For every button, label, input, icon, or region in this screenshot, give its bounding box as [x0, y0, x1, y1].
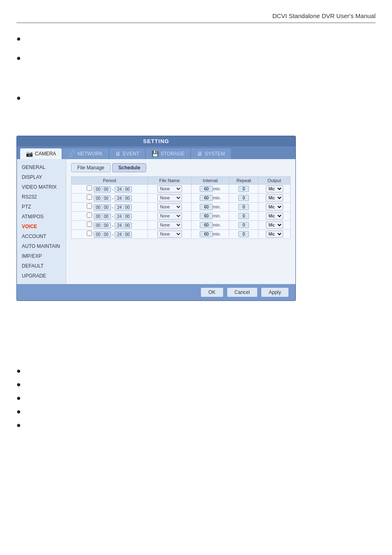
tab-event[interactable]: 🖥 EVENT — [109, 148, 145, 159]
sidebar-item-ptz[interactable]: PTZ — [17, 202, 66, 212]
bullet-dot-1: ● — [16, 34, 21, 44]
apply-button[interactable]: Apply — [261, 287, 289, 297]
row-start-3[interactable] — [94, 213, 111, 220]
row-repeat-input-5[interactable] — [238, 231, 249, 237]
row-file-select-3[interactable]: None — [157, 213, 182, 220]
tab-camera[interactable]: 📷 CAMERA — [20, 148, 62, 159]
row-output-3: Mic — [258, 211, 291, 220]
tab-camera-label: CAMERA — [35, 151, 56, 157]
cancel-button[interactable]: Cancel — [227, 287, 258, 297]
row-sep-3: - — [111, 214, 115, 219]
row-end-5[interactable] — [115, 231, 132, 238]
row-sep-4: - — [111, 223, 115, 228]
content-tab-schedule[interactable]: Schedule — [112, 163, 146, 172]
row-interval-input-1[interactable] — [200, 195, 213, 201]
sidebar-item-general[interactable]: GENERAL — [17, 162, 66, 172]
setting-footer: OK Cancel Apply — [17, 284, 295, 301]
sidebar-item-rs232[interactable]: RS232 — [17, 192, 66, 202]
row-output-select-2[interactable]: Mic — [266, 204, 283, 210]
row-min-label-4: min. — [213, 223, 221, 227]
row-file-select-0[interactable]: None — [157, 185, 182, 192]
sidebar-item-upgrade[interactable]: UPGRADE — [17, 271, 66, 281]
sidebar-item-atm-pos[interactable]: ATM/POS — [17, 212, 66, 222]
row-end-4[interactable] — [115, 222, 132, 229]
row-start-4[interactable] — [94, 222, 111, 229]
row-file-select-5[interactable]: None — [157, 231, 182, 238]
event-tab-icon: 🖥 — [115, 150, 121, 157]
row-checkbox-1[interactable] — [87, 194, 92, 200]
sidebar-item-default[interactable]: DEFAULT — [17, 261, 66, 271]
row-period-5: - — [71, 229, 148, 238]
row-checkbox-4[interactable] — [87, 222, 92, 227]
setting-body: GENERAL DISPLAY VIDEO MATRIX RS232 PTZ A… — [17, 159, 295, 284]
row-output-2: Mic — [258, 202, 291, 211]
row-repeat-5 — [229, 229, 258, 238]
ok-button[interactable]: OK — [201, 287, 223, 297]
row-checkbox-3[interactable] — [87, 213, 92, 218]
row-repeat-input-1[interactable] — [238, 195, 249, 201]
row-file-select-4[interactable]: None — [157, 222, 182, 229]
top-bullets-section: ● ● — [16, 35, 376, 63]
row-interval-input-0[interactable] — [200, 186, 213, 192]
row-interval-3: min. — [191, 211, 229, 220]
row-end-0[interactable] — [115, 186, 132, 192]
row-interval-2: min. — [191, 202, 229, 211]
row-end-2[interactable] — [115, 204, 132, 210]
row-output-select-0[interactable]: Mic — [266, 185, 283, 192]
row-min-label-3: min. — [213, 214, 221, 218]
content-tab-file-manage[interactable]: File Manage — [71, 163, 111, 172]
system-tab-icon: 🖥 — [197, 150, 203, 157]
camera-tab-icon: 📷 — [26, 150, 33, 157]
sidebar-item-voice[interactable]: VOICE — [17, 222, 66, 231]
row-start-2[interactable] — [94, 204, 111, 210]
row-output-select-1[interactable]: Mic — [266, 194, 283, 201]
row-repeat-input-4[interactable] — [238, 222, 249, 228]
col-header-output: Output — [258, 176, 291, 184]
row-interval-input-3[interactable] — [200, 213, 213, 219]
sidebar-item-display[interactable]: DISPLAY — [17, 172, 66, 182]
table-row: - Nonemin.Mic — [71, 220, 291, 229]
row-checkbox-5[interactable] — [87, 231, 92, 236]
setting-content: File Manage Schedule Period File Name In… — [66, 159, 295, 284]
setting-sidebar: GENERAL DISPLAY VIDEO MATRIX RS232 PTZ A… — [17, 159, 66, 284]
row-interval-input-5[interactable] — [200, 231, 213, 237]
row-checkbox-2[interactable] — [87, 204, 92, 209]
tab-storage[interactable]: 💾 STORAGE — [146, 148, 190, 159]
setting-panel: SETTING 📷 CAMERA 🔗 NETWORK 🖥 EVENT 💾 STO… — [16, 136, 296, 301]
row-start-5[interactable] — [94, 231, 111, 238]
row-file-select-2[interactable]: None — [157, 204, 182, 210]
row-repeat-3 — [229, 211, 258, 220]
tab-network[interactable]: 🔗 NETWORK — [62, 148, 108, 159]
sidebar-item-imp-exp[interactable]: IMP/EXP — [17, 251, 66, 261]
row-start-0[interactable] — [94, 186, 111, 192]
sidebar-item-account[interactable]: ACCOUNT — [17, 231, 66, 241]
row-output-select-4[interactable]: Mic — [266, 222, 283, 229]
row-end-1[interactable] — [115, 195, 132, 201]
row-min-label-0: min. — [213, 187, 221, 191]
row-repeat-input-3[interactable] — [238, 213, 249, 219]
row-file-select-1[interactable]: None — [157, 194, 182, 201]
setting-tabs: 📷 CAMERA 🔗 NETWORK 🖥 EVENT 💾 STORAGE 🖥 S… — [17, 146, 295, 159]
row-checkbox-0[interactable] — [87, 185, 92, 191]
setting-title-bar: SETTING — [17, 136, 295, 146]
row-start-1[interactable] — [94, 195, 111, 201]
doc-divider — [16, 23, 376, 23]
row-repeat-input-0[interactable] — [238, 186, 249, 192]
row-min-label-2: min. — [213, 205, 221, 209]
row-end-3[interactable] — [115, 213, 132, 220]
sidebar-item-auto-maintain[interactable]: AUTO MAINTAIN — [17, 241, 66, 251]
row-repeat-input-2[interactable] — [238, 204, 249, 210]
bullet-item-2: ● — [16, 54, 376, 63]
bullet-dot-3: ● — [16, 93, 21, 103]
sidebar-item-video-matrix[interactable]: VIDEO MATRIX — [17, 182, 66, 192]
schedule-table: Period File Name Interval Repeat Output … — [71, 176, 291, 239]
bullet-dot-2: ● — [16, 53, 21, 63]
row-output-select-3[interactable]: Mic — [266, 213, 283, 220]
row-interval-input-2[interactable] — [200, 204, 213, 210]
tab-event-label: EVENT — [123, 151, 139, 157]
row-output-select-5[interactable]: Mic — [266, 231, 283, 238]
row-interval-input-4[interactable] — [200, 222, 213, 228]
row-output-5: Mic — [258, 229, 291, 238]
tab-system[interactable]: 🖥 SYSTEM — [191, 148, 231, 159]
row-sep-5: - — [111, 232, 115, 237]
